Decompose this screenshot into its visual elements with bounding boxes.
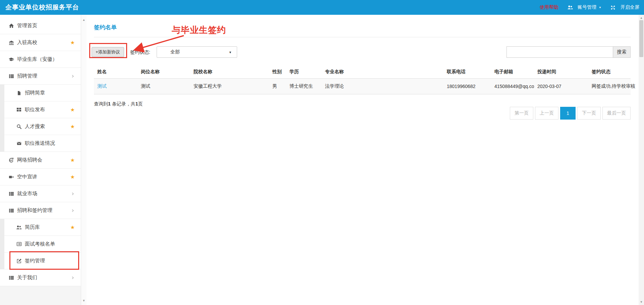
sidebar-item-label: 职位发布 — [25, 106, 70, 113]
sidebar-item-label: 招聘和签约管理 — [17, 207, 71, 214]
envelope-icon — [16, 140, 22, 146]
scroll-up-icon[interactable]: ▲ — [81, 17, 87, 22]
current-page-button[interactable]: 1 — [560, 107, 576, 120]
account-menu[interactable]: 账号管理 ▼ — [567, 4, 601, 10]
cell-degree: 博士研究生 — [286, 79, 322, 94]
sidebar-item-partner-colleges[interactable]: 入驻高校 ★ — [0, 34, 81, 51]
col-gender: 性别 — [269, 66, 286, 79]
sidebar-item-label: 空中宣讲 — [17, 174, 70, 180]
list-icon — [8, 275, 14, 280]
window-scrollbar[interactable]: ▲ ▼ — [639, 15, 644, 305]
sidebar-item-label: 毕业生库（安徽） — [17, 56, 75, 62]
star-icon: ★ — [70, 225, 75, 230]
sidebar-item-label: 招聘简章 — [25, 90, 75, 96]
sidebar-item-label: 管理首页 — [17, 23, 75, 29]
star-icon: ★ — [70, 40, 75, 45]
sidebar-item-air-presentation[interactable]: 空中宣讲 ★ — [0, 169, 81, 185]
chevron-right-icon — [71, 191, 75, 196]
scroll-down-icon[interactable]: ▼ — [81, 298, 87, 303]
fullscreen-toggle[interactable]: 开启全屏 — [610, 4, 639, 10]
scroll-down-icon[interactable]: ▼ — [639, 300, 644, 304]
cell-position: 测试 — [138, 79, 190, 94]
video-icon — [8, 174, 14, 180]
internet-icon — [8, 157, 14, 163]
main-content: 签约名单 +添加新协议 签约状态: 全部 ▼ 搜索 姓名 岗位名称 院校名称 性… — [87, 15, 639, 305]
sign-list-table: 姓名 岗位名称 院校名称 性别 学历 专业名称 联系电话 电子邮箱 投递时间 签… — [94, 66, 631, 94]
sidebar-item-label: 关于我们 — [17, 274, 71, 281]
header-actions: 使用帮助 账号管理 ▼ 开启全屏 — [540, 4, 644, 10]
sidebar-item-label: 入驻高校 — [17, 39, 70, 46]
fullscreen-icon — [610, 5, 616, 10]
sidebar-item-manage-home[interactable]: 管理首页 — [0, 17, 81, 34]
col-degree: 学历 — [286, 66, 322, 79]
annotation-box-add-button — [89, 43, 127, 58]
home-icon — [8, 23, 14, 29]
col-name: 姓名 — [94, 66, 138, 79]
annotation-arrow — [129, 34, 188, 54]
table-row: 测试 测试 安徽工程大学 男 博士研究生 法学理论 18019960682 41… — [94, 79, 631, 94]
list-alt-icon — [16, 241, 22, 247]
sidebar-item-label: 人才搜索 — [25, 123, 70, 130]
sidebar-item-about-us[interactable]: 关于我们 — [0, 269, 81, 286]
search-icon — [16, 124, 22, 129]
col-major: 专业名称 — [322, 66, 443, 79]
search-button[interactable]: 搜索 — [613, 46, 631, 58]
sidebar-item-resume-library[interactable]: 简历库 ★ — [0, 219, 81, 236]
sidebar-item-talent-search[interactable]: 人才搜索 ★ — [0, 118, 81, 135]
chevron-right-icon — [71, 275, 75, 280]
sidebar-menu: 管理首页 入驻高校 ★ 毕业生库（安徽） 招聘管理 招聘简章 职位发布 ★ — [0, 15, 81, 286]
annotation-box-sign-management — [9, 251, 79, 270]
col-college: 院校名称 — [190, 66, 269, 79]
sidebar-item-interview-list[interactable]: 面试考核名单 — [0, 236, 81, 253]
cell-major: 法学理论 — [322, 79, 443, 94]
sidebar-item-job-push-status[interactable]: 职位推送情况 — [0, 135, 81, 152]
sidebar-item-job-market[interactable]: 就业市场 — [0, 185, 81, 202]
top-header-bar: 企事业单位校招服务平台 使用帮助 账号管理 ▼ 开启全屏 — [0, 0, 644, 15]
sidebar-item-label: 网络招聘会 — [17, 157, 70, 163]
scroll-up-icon[interactable]: ▲ — [639, 15, 644, 20]
sidebar-item-recruit-brochure[interactable]: 招聘简章 — [0, 85, 81, 101]
sidebar-item-recruit-sign-management[interactable]: 招聘和签约管理 — [0, 202, 81, 219]
sidebar-item-online-job-fair[interactable]: 网络招聘会 ★ — [0, 152, 81, 169]
sidebar-item-job-posting[interactable]: 职位发布 ★ — [0, 101, 81, 118]
star-icon: ★ — [70, 124, 75, 129]
list-icon — [8, 208, 14, 213]
list-icon — [8, 73, 14, 79]
fullscreen-label: 开启全屏 — [621, 4, 639, 10]
sidebar-item-label: 简历库 — [25, 224, 70, 230]
record-summary: 查询到1 条记录，共1页 — [94, 101, 143, 107]
users-icon — [567, 5, 573, 10]
col-apply-date: 投递时间 — [534, 66, 588, 79]
sidebar-item-graduate-pool[interactable]: 毕业生库（安徽） — [0, 51, 81, 68]
graduation-cap-icon — [8, 56, 14, 62]
account-menu-label: 账号管理 — [578, 4, 596, 10]
scrollbar-thumb[interactable] — [639, 20, 643, 57]
last-page-button[interactable]: 最后一页 — [602, 107, 631, 120]
sidebar-scrollbar[interactable]: ▲ ▼ — [81, 15, 87, 305]
chevron-right-icon — [71, 208, 75, 213]
cell-sign-status: 网签成功,待学校审核 — [588, 79, 631, 94]
star-icon: ★ — [70, 158, 75, 163]
sidebar-item-recruit-management[interactable]: 招聘管理 — [0, 68, 81, 85]
search-input[interactable] — [506, 46, 613, 58]
sidebar-item-label: 就业市场 — [17, 190, 71, 197]
sidebar-item-label: 职位推送情况 — [25, 140, 75, 146]
users-icon — [16, 224, 22, 230]
caret-down-icon: ▼ — [229, 51, 232, 54]
help-link[interactable]: 使用帮助 — [540, 4, 558, 10]
col-sign-status: 签约状态 — [588, 66, 631, 79]
cell-phone: 18019960682 — [443, 79, 491, 94]
candidate-name-link[interactable]: 测试 — [97, 83, 107, 89]
sidebar-item-label: 面试考核名单 — [25, 241, 75, 247]
star-icon: ★ — [70, 174, 75, 179]
first-page-button[interactable]: 第一页 — [510, 107, 533, 120]
chevron-down-icon: ▼ — [599, 6, 601, 9]
col-email: 电子邮箱 — [491, 66, 534, 79]
app-title: 企事业单位校招服务平台 — [0, 3, 79, 12]
file-icon — [16, 90, 22, 96]
pagination: 第一页 上一页 1 下一页 最后一页 — [510, 107, 631, 120]
list-icon — [8, 191, 14, 197]
prev-page-button[interactable]: 上一页 — [535, 107, 558, 120]
star-icon: ★ — [70, 107, 75, 112]
next-page-button[interactable]: 下一页 — [577, 107, 601, 120]
